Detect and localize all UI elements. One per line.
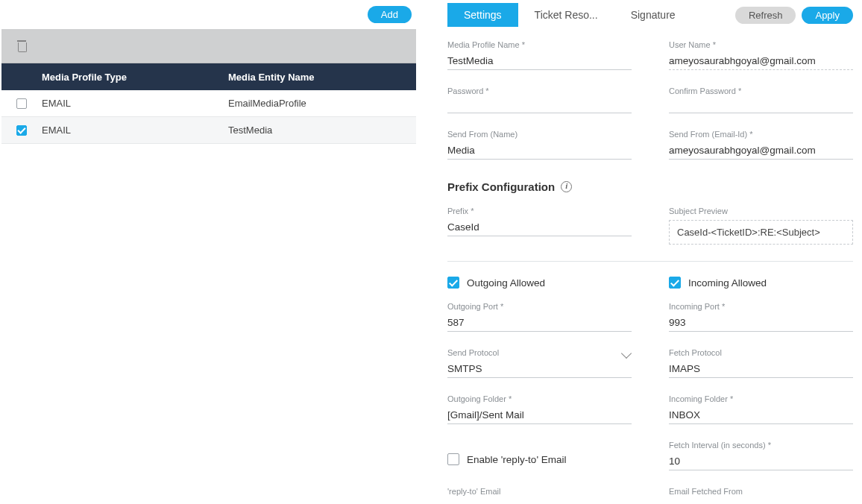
table-row[interactable]: EMAIL TestMedia [1,117,416,144]
left-toolbar: Add [1,3,416,29]
label-enable-reply-to: Enable 'reply-to' Email [467,454,566,465]
input-incoming-folder[interactable]: INBOX [669,408,853,424]
row-checkbox-cell [1,98,42,109]
input-password[interactable] [447,100,632,113]
tab-ticket-reso[interactable]: Ticket Reso... [518,3,614,27]
row-checkbox-cell [1,125,42,136]
label-user-name: User Name * [669,40,853,49]
input-fetch-protocol[interactable]: IMAPS [669,362,853,378]
field-user-name: User Name * ameyosaurabhgoyal@gmail.com [669,40,853,70]
tabs: Settings Ticket Reso... Signature [447,3,692,27]
input-email-fetched-from[interactable]: 03/12/2019, 16:30:33 [669,500,853,504]
input-prefix[interactable]: CaseId [447,220,632,236]
field-fetch-interval: Fetch Interval (in seconds) * 10 [669,441,853,470]
input-outgoing-folder[interactable]: [Gmail]/Sent Mail [447,408,632,424]
field-enable-reply-to: Enable 'reply-to' Email [447,445,632,473]
checkbox-outgoing-allowed[interactable] [447,277,459,289]
field-confirm-password: Confirm Password * [669,86,853,113]
field-send-from-email: Send From (Email-Id) * ameyosaurabhgoyal… [669,130,853,160]
divider [447,261,853,262]
field-incoming-allowed: Incoming Allowed [669,277,853,289]
checkbox-enable-reply-to[interactable] [447,453,459,465]
label-incoming-port: Incoming Port * [669,302,853,311]
tab-settings[interactable]: Settings [447,3,518,27]
label-incoming-allowed: Incoming Allowed [688,277,767,289]
label-outgoing-port: Outgoing Port * [447,302,632,311]
top-actions: Refresh Apply [735,7,853,24]
field-media-profile-name: Media Profile Name * TestMedia [447,40,632,70]
subject-preview-box: CaseId-<TicketID>:RE:<Subject> [669,220,853,245]
info-icon[interactable] [561,181,572,192]
settings-form: Media Profile Name * TestMedia User Name… [447,40,853,504]
input-media-profile-name[interactable]: TestMedia [447,54,632,70]
field-incoming-folder: Incoming Folder * INBOX [669,394,853,424]
field-subject-preview: Subject Preview CaseId-<TicketID>:RE:<Su… [669,207,853,245]
tab-signature[interactable]: Signature [614,3,692,27]
apply-button[interactable]: Apply [802,7,853,24]
header-name: Media Entity Name [228,72,416,83]
field-email-fetched-from: Email Fetched From 03/12/2019, 16:30:33 [669,487,853,504]
input-outgoing-port[interactable]: 587 [447,315,632,332]
field-password: Password * [447,86,632,113]
field-incoming-port: Incoming Port * 993 [669,302,853,332]
row-name: TestMedia [228,125,416,136]
row-checkbox[interactable] [16,125,27,136]
row-type: EMAIL [42,125,228,136]
label-send-protocol: Send Protocol [447,348,632,357]
input-send-from-email[interactable]: ameyosaurabhgoyal@gmail.com [669,143,853,160]
field-send-from-name: Send From (Name) Media [447,130,632,160]
label-send-from-name: Send From (Name) [447,130,632,139]
select-send-protocol[interactable]: SMTPS [447,362,632,378]
label-reply-to-email: 'reply-to' Email [447,487,632,496]
bulk-action-bar [1,29,416,63]
label-outgoing-folder: Outgoing Folder * [447,394,632,403]
right-panel: Settings Ticket Reso... Signature Refres… [418,3,862,504]
field-send-protocol: Send Protocol SMTPS [447,348,632,378]
input-send-from-name[interactable]: Media [447,143,632,160]
label-confirm-password: Confirm Password * [669,86,853,95]
label-subject-preview: Subject Preview [669,207,853,215]
right-top-bar: Settings Ticket Reso... Signature Refres… [447,3,853,27]
add-button[interactable]: Add [368,6,412,23]
delete-icon[interactable] [16,40,27,52]
prefix-config-title: Prefix Configuration [447,180,555,193]
label-fetch-protocol: Fetch Protocol [669,348,853,357]
table-header: Media Profile Type Media Entity Name [1,63,416,90]
row-checkbox[interactable] [16,98,27,109]
checkbox-incoming-allowed[interactable] [669,277,681,289]
label-fetch-interval: Fetch Interval (in seconds) * [669,441,853,450]
field-reply-to-email: 'reply-to' Email [447,487,632,504]
input-reply-to-email [447,500,632,504]
label-send-from-email: Send From (Email-Id) * [669,130,853,139]
input-incoming-port[interactable]: 993 [669,315,853,332]
prefix-config-heading: Prefix Configuration [447,180,853,193]
label-incoming-folder: Incoming Folder * [669,394,853,403]
field-outgoing-folder: Outgoing Folder * [Gmail]/Sent Mail [447,394,632,424]
label-media-profile-name: Media Profile Name * [447,40,632,49]
left-panel: Add Media Profile Type Media Entity Name… [0,3,418,504]
label-email-fetched-from: Email Fetched From [669,487,853,496]
refresh-button[interactable]: Refresh [735,7,796,24]
table-row[interactable]: EMAIL EmailMediaProfile [1,90,416,117]
input-fetch-interval[interactable]: 10 [669,454,853,470]
row-name: EmailMediaProfile [228,98,416,109]
field-prefix: Prefix * CaseId [447,207,632,245]
header-type: Media Profile Type [42,72,228,83]
input-user-name[interactable]: ameyosaurabhgoyal@gmail.com [669,54,853,70]
label-prefix: Prefix * [447,207,632,215]
row-type: EMAIL [42,98,228,109]
field-outgoing-port: Outgoing Port * 587 [447,302,632,332]
field-outgoing-allowed: Outgoing Allowed [447,277,632,289]
input-confirm-password[interactable] [669,100,853,113]
field-fetch-protocol: Fetch Protocol IMAPS [669,348,853,378]
label-outgoing-allowed: Outgoing Allowed [467,277,545,289]
label-password: Password * [447,86,632,95]
